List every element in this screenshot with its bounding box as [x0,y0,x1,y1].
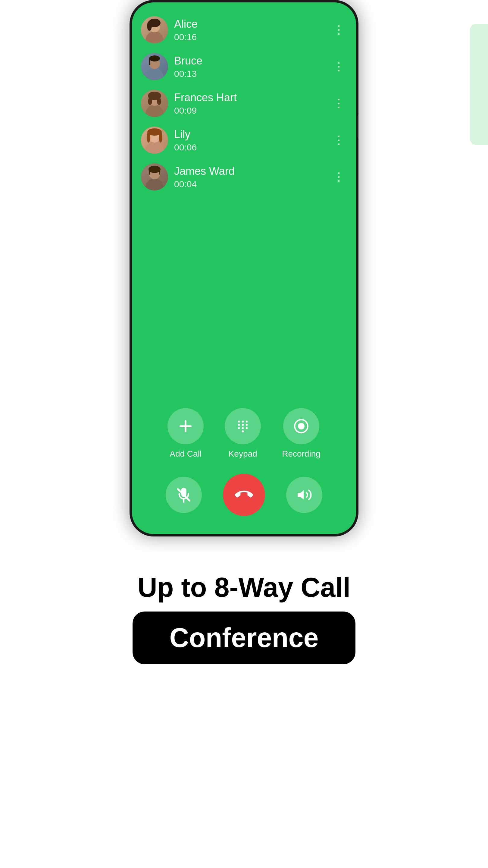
contact-time: 00:09 [174,105,328,116]
svg-point-33 [242,430,244,433]
svg-point-7 [149,56,160,61]
svg-point-19 [145,179,164,190]
recording-circle [283,408,319,444]
recording-button[interactable]: Recording [282,408,321,459]
contact-time: 00:13 [174,69,328,79]
avatar-lily [141,127,168,154]
speaker-circle [286,477,322,513]
svg-point-35 [298,423,304,430]
contact-item: Lily 00:06 ⋮ [141,122,350,158]
svg-point-5 [145,68,164,80]
svg-point-4 [147,21,152,31]
avatar-bruce [141,53,168,80]
svg-point-9 [145,105,164,117]
mute-circle [166,477,202,513]
svg-point-26 [246,421,248,423]
contact-name: Alice [174,18,328,30]
keypad-circle [225,408,261,444]
more-options-james[interactable]: ⋮ [328,168,350,186]
contact-info: Frances Hart 00:09 [174,91,328,116]
keypad-button[interactable]: Keypad [225,408,261,459]
bottom-section: Up to 8-Way Call Conference [0,549,488,868]
avatar-alice [141,16,168,43]
phone-wrapper: Alice 00:16 ⋮ [0,0,488,549]
contact-time: 00:04 [174,179,328,189]
more-options-alice[interactable]: ⋮ [328,21,350,38]
keypad-icon [235,418,251,434]
phone-frame: Alice 00:16 ⋮ [130,0,358,536]
svg-point-25 [242,421,244,423]
svg-point-30 [238,427,240,429]
more-options-bruce[interactable]: ⋮ [328,58,350,75]
svg-point-29 [246,424,248,426]
phone-screen: Alice 00:16 ⋮ [132,2,356,534]
svg-point-12 [148,98,152,105]
svg-rect-23 [159,170,160,175]
svg-point-18 [159,132,162,143]
svg-rect-8 [149,59,150,65]
svg-point-21 [149,166,161,173]
record-icon [293,418,309,434]
conference-badge: Conference [133,612,355,664]
svg-point-27 [238,424,240,426]
contact-name: Lily [174,128,328,141]
svg-point-31 [242,427,244,429]
contacts-list: Alice 00:16 ⋮ [132,2,356,396]
side-button [358,115,358,138]
add-call-label: Add Call [170,449,201,459]
mute-button[interactable] [166,477,202,513]
end-call-button[interactable] [223,474,265,516]
avatar-james [141,163,168,190]
contact-time: 00:06 [174,142,328,153]
add-call-button[interactable]: Add Call [167,408,204,459]
avatar-frances [141,90,168,117]
contact-info: Lily 00:06 [174,128,328,152]
contact-item: Bruce 00:13 ⋮ [141,48,350,85]
contact-name: Bruce [174,54,328,67]
top-controls-row: Add Call [167,408,321,459]
controls-area: Add Call [132,396,356,534]
speaker-button[interactable] [286,477,322,513]
svg-marker-38 [298,490,304,499]
headline: Up to 8-Way Call [138,572,351,602]
mute-icon [176,487,192,503]
contact-info: James Ward 00:04 [174,164,328,189]
contact-time: 00:16 [174,32,328,42]
svg-point-17 [147,132,150,143]
contact-item: Frances Hart 00:09 ⋮ [141,85,350,122]
green-hint [470,24,488,145]
add-call-circle [167,408,204,444]
keypad-label: Keypad [229,449,257,459]
contact-item: Alice 00:16 ⋮ [141,11,350,48]
end-call-circle [223,474,265,516]
contact-name: Frances Hart [174,91,328,104]
bottom-controls-row [166,474,322,516]
svg-point-24 [238,421,240,423]
svg-point-14 [145,142,164,154]
svg-point-13 [157,98,161,105]
contact-info: Bruce 00:13 [174,54,328,79]
recording-label: Recording [282,449,321,459]
phone-down-icon [235,486,253,504]
plus-icon [178,418,193,434]
more-options-lily[interactable]: ⋮ [328,131,350,149]
conference-text: Conference [169,622,318,653]
speaker-icon [296,487,312,503]
svg-point-32 [246,427,248,429]
contact-info: Alice 00:16 [174,18,328,42]
more-options-frances[interactable]: ⋮ [328,95,350,112]
contact-item: James Ward 00:04 ⋮ [141,158,350,195]
svg-point-1 [145,31,164,43]
contact-name: James Ward [174,164,328,178]
svg-rect-22 [149,170,150,175]
svg-point-28 [242,424,244,426]
